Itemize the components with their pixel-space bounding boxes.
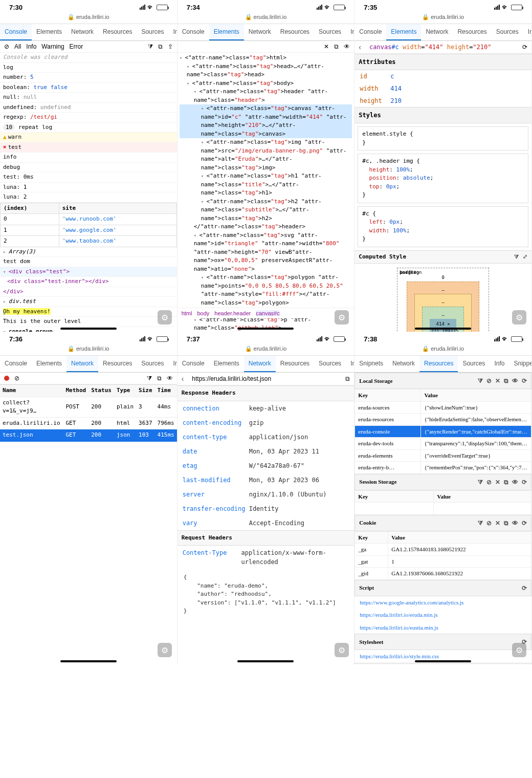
clear-icon[interactable]: ⊘ [4,43,9,50]
tab-sources[interactable]: Sources [137,24,168,40]
storage-row[interactable]: eruda-elements{"overrideEventTarget":tru… [355,449,531,462]
tab-info[interactable]: Info [168,24,176,40]
tab-network[interactable]: Network [421,24,453,40]
tab-console[interactable]: Console [0,24,32,40]
network-table[interactable]: NameMethodStatusTypeSizeTime collect?v=1… [0,384,177,442]
copy-icon[interactable]: ⧉ [158,43,163,50]
funnel-icon[interactable]: ⧩ [514,253,519,262]
dom-node[interactable]: ▾ <"attr-name">class="tag">head>…</"attr… [180,62,352,79]
tab-snippets[interactable]: Snippets [509,356,531,372]
funnel-icon[interactable]: ⧩ [148,43,153,50]
refresh-icon[interactable]: ⟳ [522,584,527,593]
dom-node[interactable]: ▾ <"attr-name">class="tag">svg "attr-nam… [180,231,352,274]
tab-resources[interactable]: Resources [276,356,314,372]
funnel-icon[interactable]: ⧩ [478,376,483,385]
storage-row[interactable]: eruda-resources{"hideErudaSetting":false… [355,414,531,426]
dom-node[interactable]: ▾ <"attr-name">class="tag">canvas "attr-… [180,104,352,138]
breadcrumb[interactable]: htmlbodyheader.headercanvas#c [178,308,354,318]
tab-info[interactable]: Info [523,24,531,40]
dom-node[interactable]: ▾ <"attr-name">class="tag">header "attr-… [180,88,352,104]
filter-error[interactable]: Error [70,43,83,50]
cookie-table[interactable]: KeyValue _gaGA1.2.1578440183.1680521922 … [354,531,531,580]
dom-handle[interactable]: div.test [0,297,177,307]
copy-icon[interactable]: ⧉ [504,376,508,385]
tab-sources[interactable]: Sources [458,356,490,372]
tab-network[interactable]: Network [388,356,419,372]
tab-sources[interactable]: Sources [137,356,168,372]
gear-icon[interactable]: ⚙ [158,310,172,325]
tab-elements[interactable]: Elements [209,356,244,372]
dom-node[interactable]: ▾ <"attr-name">class="tag">polygon "attr… [180,273,352,307]
local-storage-table[interactable]: KeyValue eruda-sources{"showLineNum":tru… [354,389,531,474]
back-icon[interactable]: ‹ [359,43,361,51]
network-row[interactable]: collect?v=1&_v=j9…POST200plain344ms [0,397,177,417]
storage-row[interactable]: eruda-dev-tools{"transparency":1,"displa… [355,438,531,450]
record-icon[interactable] [4,376,9,381]
dom-node[interactable]: ▾ <"attr-name">class="tag">body> [180,79,352,88]
dom-node[interactable]: ▾ <"attr-name">class="tag">h2 "attr-name… [180,198,352,223]
tab-network[interactable]: Network [66,356,98,372]
close-icon[interactable]: ✕ [324,43,329,50]
tab-network[interactable]: Network [244,24,276,40]
filter-all[interactable]: All [14,43,21,50]
filter-info[interactable]: Info [26,43,36,50]
eye-icon[interactable]: 👁 [167,375,173,382]
tab-resources[interactable]: Resources [98,24,137,40]
eye-icon[interactable]: 👁 [344,43,350,50]
script-link[interactable]: https://eruda.liriliri.io/eustia.min.js [354,621,531,634]
refresh-icon[interactable]: ⟳ [522,44,527,51]
close-icon[interactable]: ✕ [495,376,500,385]
refresh-icon[interactable]: ⟳ [522,376,527,385]
funnel-icon[interactable]: ⧩ [147,375,152,382]
tab-info[interactable]: Info [346,24,354,40]
network-row[interactable]: eruda.liriliri.ioGET200html3637796ms [0,417,177,429]
css-rule[interactable]: element.style {} [358,126,528,150]
tab-sources[interactable]: Sources [314,24,346,40]
tab-resources[interactable]: Resources [276,24,314,40]
tab-network[interactable]: Network [66,24,98,40]
tab-elements[interactable]: Elements [209,24,244,40]
dom-node[interactable]: ▾ <"attr-name">class="tag">h1 "attr-name… [180,172,352,198]
css-rule[interactable]: #c { left: 0px; width: 100%;} [358,206,528,247]
eye-icon[interactable]: 👁 [512,376,518,385]
gear-icon[interactable]: ⚙ [158,643,172,657]
tab-resources[interactable]: Resources [419,356,458,372]
storage-row[interactable]: eruda-console{"asyncRender":true,"catchG… [355,425,531,438]
copy-icon[interactable]: ⧉ [157,375,162,382]
clear-icon[interactable]: ⊘ [486,376,492,385]
tab-sources[interactable]: Sources [492,24,523,40]
css-rule[interactable]: #c, .header img { height: 100%; position… [358,154,528,203]
tab-info[interactable]: Info [168,356,176,372]
tab-snipnets[interactable]: Snipnets [354,356,388,372]
tab-sources[interactable]: Sources [314,356,346,372]
url-bar[interactable]: 🔒eruda.liriliri.io [0,12,177,24]
dom-tree[interactable]: ▾ <"attr-name">class="tag">html>▾ <"attr… [178,53,354,332]
dom-node[interactable]: ▾ <"attr-name">class="tag">img "attr-nam… [180,138,352,172]
dom-node[interactable]: </"attr-name">class="tag">header> [180,223,352,231]
script-link[interactable]: https://eruda.liriliri.io/eruda.min.js [354,609,531,621]
gear-icon[interactable]: ⚙ [512,643,526,657]
tab-console[interactable]: Console [178,24,209,40]
tab-console[interactable]: Console [0,356,32,372]
script-link[interactable]: https://www.google-analytics.com/analyti… [354,596,531,609]
tab-resources[interactable]: Resources [453,24,491,40]
tab-info[interactable]: Info [490,356,509,372]
gear-icon[interactable]: ⚙ [512,310,526,325]
storage-row[interactable]: eruda-sources{"showLineNum":true} [355,401,531,414]
prompt-caret[interactable]: › [3,310,5,316]
dom-node[interactable]: ▾ <"attr-name">class="tag">html> [180,54,352,62]
tab-console[interactable]: Console [354,24,386,40]
copy-icon[interactable]: ⧉ [334,43,339,50]
collapse-icon[interactable]: ⤢ [523,253,527,262]
tab-elements[interactable]: Elements [32,24,66,40]
tab-info[interactable]: Info [346,356,354,372]
tab-network[interactable]: Network [244,356,276,372]
clear-icon[interactable]: ⊘ [14,375,19,382]
tab-console[interactable]: Console [178,356,209,372]
tab-resources[interactable]: Resources [98,356,137,372]
gear-icon[interactable]: ⚙ [335,310,349,325]
array-row[interactable]: Array(3) [0,247,177,257]
tab-elements[interactable]: Elements [32,356,66,372]
dom-row[interactable]: <div class="test"> [0,267,177,277]
copy-icon[interactable]: ⧉ [345,375,350,382]
